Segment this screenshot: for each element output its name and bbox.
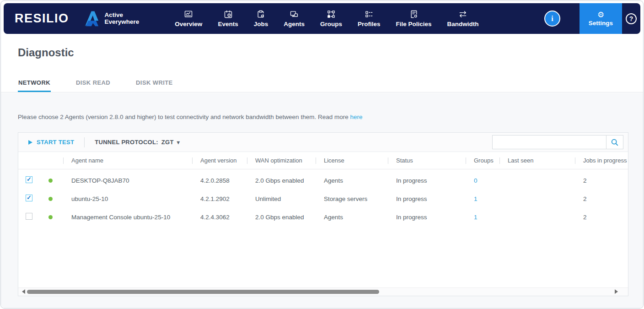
nav-item-agents[interactable]: Agents [284,10,305,27]
instruction-text: Please choose 2 Agents (version 2.8.0 an… [18,114,362,120]
row-checkbox[interactable] [26,195,32,201]
row-status-cell [42,214,63,221]
groups-cell: 1 [466,195,499,202]
search-input[interactable] [493,136,606,149]
tab-disk-write[interactable]: DISK WRITE [135,74,173,92]
row-select-cell [18,213,42,221]
nav-label: Overview [175,21,202,27]
diagnostic-panel: START TEST TUNNEL PROTOCOL: ZGT ▾ [18,132,628,296]
agent-version-cell: 4.2.4.3062 [192,214,247,221]
online-status-dot [48,197,53,201]
nav-right: i ⚙ Settings ? [544,3,640,34]
jobs-in-progress-cell: 2 [575,177,628,184]
agent-version-cell: 4.2.0.2858 [192,177,247,184]
col-header-agent-version[interactable]: Agent version [192,157,247,164]
online-status-dot [48,179,53,183]
col-header-license[interactable]: License [316,157,388,164]
groups-count-link[interactable]: 0 [474,177,478,184]
wan-optimization-cell: Unlimited [247,195,316,202]
row-status-cell [42,195,63,202]
search-button[interactable] [606,136,623,149]
row-checkbox[interactable] [26,176,32,183]
wan-optimization-cell: 2.0 Gbps enabled [247,177,316,184]
help-glyph: ? [629,15,633,22]
product-name: Active Everywhere [105,12,140,26]
agent-version-cell: 4.2.1.2902 [192,195,247,202]
wan-optimization-cell: 2.0 Gbps enabled [247,214,316,221]
table-row[interactable]: Management Console ubuntu-25-10 4.2.4.30… [18,208,628,226]
tunnel-protocol-dropdown[interactable]: TUNNEL PROTOCOL: ZGT ▾ [95,139,180,146]
status-cell: In progress [388,177,466,184]
jobs-icon [256,10,265,19]
nav-label: Agents [284,21,305,27]
groups-count-link[interactable]: 1 [474,195,478,202]
page-title: Diagnostic [18,46,74,59]
search-box [492,135,623,149]
row-status-cell [42,177,63,184]
nav-item-settings[interactable]: ⚙ Settings [580,3,622,34]
profiles-icon [365,10,374,19]
table-row[interactable]: ubuntu-25-10 4.2.1.2902 Unlimited Storag… [18,190,628,208]
jobs-in-progress-cell: 2 [575,214,628,221]
main-nav: Overview Events Jobs Agents [175,10,478,27]
nav-item-profiles[interactable]: Profiles [358,10,381,27]
resilio-logo: RESILIO [15,11,69,26]
nav-item-bandwidth[interactable]: Bandwidth [447,10,479,27]
nav-item-jobs[interactable]: Jobs [254,10,268,27]
agent-name-cell: DESKTOP-Q8JAB70 [63,177,192,184]
tab-network[interactable]: NETWORK [18,74,51,92]
brand: RESILIO Active Everywhere [15,11,139,27]
scrollbar-thumb[interactable] [27,290,379,294]
license-cell: Agents [316,214,388,221]
row-checkbox[interactable] [26,213,32,220]
scroll-left-arrow-icon[interactable] [22,289,25,294]
col-header-jobs-in-progress[interactable]: Jobs in progress [575,157,628,164]
read-more-link[interactable]: here [350,114,362,120]
nav-item-file-policies[interactable]: File Policies [396,10,431,27]
start-test-button[interactable]: START TEST [28,139,74,146]
info-icon[interactable]: i [544,11,560,27]
col-header-last-seen[interactable]: Last seen [499,157,575,164]
table-toolbar: START TEST TUNNEL PROTOCOL: ZGT ▾ [18,133,628,152]
nav-item-groups[interactable]: Groups [320,10,342,27]
table-header: Agent name Agent version WAN optimizatio… [18,152,628,169]
groups-count-link[interactable]: 1 [474,214,478,221]
nav-label: File Policies [396,21,431,27]
nav-item-events[interactable]: Events [218,10,238,27]
row-select-cell [18,195,42,203]
nav-label: Bandwidth [447,21,479,27]
top-navbar: RESILIO Active Everywhere Overview [4,3,640,34]
app-window: RESILIO Active Everywhere Overview [0,0,644,309]
tab-disk-read[interactable]: DISK READ [75,74,111,92]
license-cell: Agents [316,177,388,184]
jobs-in-progress-cell: 2 [575,195,628,202]
file-policies-icon [409,10,419,19]
online-status-dot [48,215,53,219]
groups-cell: 1 [466,214,499,221]
tab-bar: NETWORK DISK READ DISK WRITE [1,74,643,92]
settings-gear-icon: ⚙ [597,11,604,19]
bandwidth-icon [458,10,467,19]
nav-item-overview[interactable]: Overview [175,10,202,27]
col-header-groups[interactable]: Groups [466,157,499,164]
agent-name-cell: ubuntu-25-10 [63,195,192,202]
product-line2: Everywhere [105,19,140,26]
col-header-agent-name[interactable]: Agent name [63,157,192,164]
toolbar-divider [84,137,85,147]
table-row[interactable]: DESKTOP-Q8JAB70 4.2.0.2858 2.0 Gbps enab… [18,171,628,190]
table-body: DESKTOP-Q8JAB70 4.2.0.2858 2.0 Gbps enab… [18,169,628,287]
nav-label: Events [218,21,238,27]
info-glyph: i [551,15,553,23]
events-icon [224,10,233,19]
nav-label: Jobs [254,21,268,27]
col-header-status[interactable]: Status [388,157,466,164]
tunnel-protocol-value: ZGT [161,139,174,146]
status-cell: In progress [388,195,466,202]
scroll-right-arrow-icon[interactable] [615,289,618,294]
active-everywhere-logo-icon [81,11,100,27]
help-icon[interactable]: ? [626,13,637,24]
col-header-wan-optimization[interactable]: WAN optimization [247,157,316,164]
horizontal-scrollbar [18,287,628,296]
start-test-label: START TEST [37,139,74,146]
groups-icon [327,10,336,19]
